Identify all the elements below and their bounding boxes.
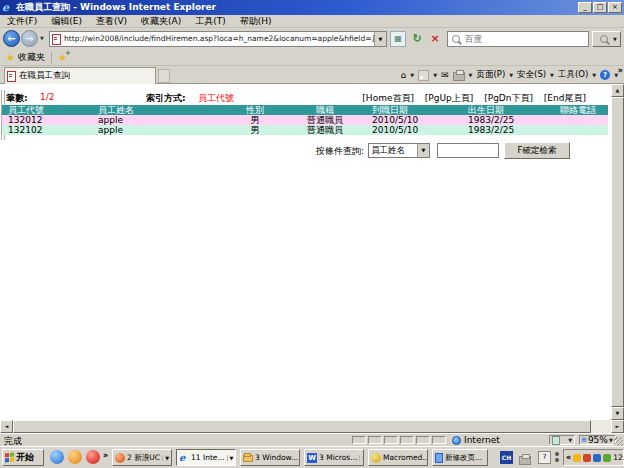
- print-dropdown-icon[interactable]: ▼: [469, 72, 473, 78]
- refresh-button[interactable]: ↻: [409, 31, 425, 47]
- link-page-up[interactable]: [PgUp上頁]: [425, 93, 473, 103]
- tray-icon[interactable]: [573, 454, 581, 462]
- command-overflow-chevron-icon[interactable]: »: [618, 66, 623, 75]
- tray-icon[interactable]: [583, 454, 591, 462]
- cell-birth-date: 1983/2/25: [466, 125, 558, 135]
- close-button[interactable]: ×: [608, 2, 622, 13]
- maximize-button[interactable]: □: [593, 2, 607, 13]
- add-favorite-icon[interactable]: ★: [58, 52, 67, 63]
- search-input[interactable]: [463, 33, 588, 45]
- back-button[interactable]: ←: [3, 30, 20, 47]
- group-dropdown-icon[interactable]: ▼: [227, 455, 234, 461]
- minimize-button[interactable]: _: [578, 2, 592, 13]
- select-dropdown-icon[interactable]: ▼: [417, 144, 429, 157]
- cell-employee-name: apple: [90, 125, 230, 135]
- scroll-left-icon[interactable]: ◄: [0, 420, 13, 433]
- read-mail-icon[interactable]: ✉: [441, 69, 449, 81]
- quicklaunch-qq-icon[interactable]: [86, 450, 100, 464]
- vertical-scroll-thumb[interactable]: [611, 97, 624, 407]
- search-go-button[interactable]: ▼: [592, 31, 621, 47]
- tray-icon[interactable]: [603, 454, 611, 462]
- tray-collapse-chevron-icon[interactable]: «: [566, 453, 571, 462]
- tray-help-icon[interactable]: ?: [538, 451, 551, 464]
- taskbar-button-modified-page[interactable]: 新修改页...: [432, 449, 488, 466]
- tab-row: 在職員工查詢 ⌂ ▼ ▼ ✉ ▼ 页面(P) ▼ 安全(S) ▼ 工具(O) ▼…: [0, 66, 624, 84]
- compatibility-view-button[interactable]: ▦: [390, 31, 406, 47]
- menu-favorites[interactable]: 收藏夹(A): [134, 15, 188, 28]
- link-end-page[interactable]: [End尾頁]: [544, 93, 586, 103]
- start-button[interactable]: 开始: [2, 449, 44, 466]
- link-home-page[interactable]: [Home首頁]: [362, 93, 414, 103]
- horizontal-scrollbar[interactable]: ◄ ►: [0, 420, 624, 433]
- table-row[interactable]: 132102 apple 男 普通職員 2010/5/10 1983/2/25: [2, 125, 608, 135]
- horizontal-scroll-thumb[interactable]: [13, 420, 591, 433]
- tools-menu-button[interactable]: 工具(O): [558, 69, 588, 81]
- menu-help[interactable]: 帮助(H): [233, 15, 279, 28]
- tools-dropdown-icon[interactable]: ▼: [592, 72, 596, 78]
- ie-logo-icon: e: [2, 2, 13, 13]
- zoom-dropdown-icon[interactable]: ▼: [609, 437, 613, 443]
- page-dropdown-icon[interactable]: ▼: [509, 72, 513, 78]
- security-zone: Internet: [452, 435, 500, 445]
- menu-edit[interactable]: 编辑(E): [44, 15, 89, 28]
- group-dropdown-icon[interactable]: ▼: [359, 455, 364, 461]
- menu-view[interactable]: 查看(V): [89, 15, 134, 28]
- page-menu-button[interactable]: 页面(P): [476, 69, 505, 81]
- address-dropdown-icon[interactable]: ▼: [374, 32, 386, 46]
- query-value-input[interactable]: [437, 143, 499, 158]
- zoom-control[interactable]: ⊕ 95% ▼: [579, 435, 616, 445]
- tray-printer-icon[interactable]: [519, 456, 531, 465]
- scroll-up-icon[interactable]: ▲: [611, 84, 624, 97]
- resize-grip[interactable]: [614, 437, 623, 446]
- protected-mode-control[interactable]: ▼: [549, 435, 575, 445]
- forward-button[interactable]: →: [21, 30, 38, 47]
- navigation-bar: ← → ▼ http://win2008/include/findHiremen…: [0, 28, 624, 50]
- home-icon[interactable]: ⌂: [401, 69, 407, 81]
- vertical-scrollbar[interactable]: ▲ ▼: [611, 84, 624, 420]
- tray-icon[interactable]: [593, 454, 601, 462]
- menu-file[interactable]: 文件(F): [0, 15, 44, 28]
- quicklaunch-msn-icon[interactable]: [50, 450, 64, 464]
- quicklaunch-uc-icon[interactable]: [68, 450, 82, 464]
- safety-menu-button[interactable]: 安全(S): [517, 69, 546, 81]
- search-dropdown-icon[interactable]: ▼: [613, 36, 617, 42]
- search-box[interactable]: [447, 31, 589, 47]
- favorites-label[interactable]: 收藏夹: [18, 51, 45, 64]
- table-row[interactable]: 132012 apple 男 普通職員 2010/5/10 1983/2/25: [2, 115, 608, 125]
- query-row: 按條件查詢: 員工姓名 ▼ F確定檢索: [0, 142, 610, 160]
- taskbar-button-internet-explorer[interactable]: e 11 Inte... ▼: [176, 449, 236, 466]
- print-icon[interactable]: [453, 72, 465, 81]
- address-bar[interactable]: http://win2008/include/findHiremen.asp?l…: [49, 31, 387, 47]
- internet-zone-icon: [452, 436, 461, 445]
- taskbar-button-sina-uc[interactable]: 2 新浪UC ▼: [112, 449, 172, 466]
- url-text[interactable]: http://win2008/include/findHiremen.asp?l…: [64, 34, 374, 44]
- record-info-row: 筆數: 1/2 索引方式: 員工代號 [Home首頁] [PgUp上頁] [Pg…: [0, 92, 604, 104]
- protected-mode-dropdown-icon[interactable]: ▼: [568, 437, 572, 443]
- word-icon: W: [307, 453, 317, 463]
- feeds-dropdown-icon[interactable]: ▼: [433, 72, 437, 78]
- input-method-indicator[interactable]: CH: [500, 451, 513, 464]
- new-tab-button[interactable]: [158, 69, 170, 83]
- stop-button[interactable]: ×: [427, 31, 443, 47]
- home-dropdown-icon[interactable]: ▼: [410, 72, 414, 78]
- quicklaunch-chevron-icon[interactable]: »: [103, 451, 108, 460]
- taskbar-button-macromedia[interactable]: Macromed...: [368, 449, 428, 466]
- link-page-down[interactable]: [PgDn下頁]: [484, 93, 533, 103]
- tab-active[interactable]: 在職員工查詢: [4, 67, 156, 84]
- taskbar-button-microsoft-word[interactable]: W 3 Micros... ▼: [304, 449, 364, 466]
- safety-dropdown-icon[interactable]: ▼: [550, 72, 554, 78]
- help-icon[interactable]: ?: [600, 70, 610, 80]
- favorites-star-icon[interactable]: ★: [6, 52, 15, 63]
- query-submit-button[interactable]: F確定檢索: [504, 142, 570, 159]
- taskbar-button-windows-explorer[interactable]: 3 Window... ▼: [240, 449, 300, 466]
- menu-tools[interactable]: 工具(T): [188, 15, 233, 28]
- tray-dots-icon: [555, 452, 559, 456]
- history-dropdown-icon[interactable]: ▼: [40, 35, 44, 41]
- group-dropdown-icon[interactable]: ▼: [162, 455, 169, 461]
- query-field-select[interactable]: 員工姓名 ▼: [368, 143, 430, 158]
- cell-employee-id: 132012: [2, 115, 90, 125]
- feeds-icon[interactable]: [418, 70, 429, 81]
- clock[interactable]: 12:19: [613, 453, 624, 462]
- scroll-down-icon[interactable]: ▼: [611, 407, 624, 420]
- scroll-right-icon[interactable]: ►: [611, 420, 624, 433]
